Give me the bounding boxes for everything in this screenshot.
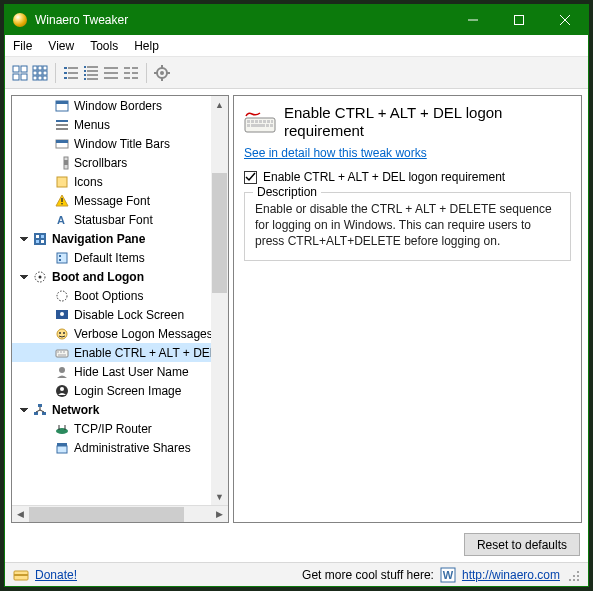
svg-line-88 xyxy=(40,410,44,412)
tree-item-label: Login Screen Image xyxy=(74,384,181,398)
svg-point-89 xyxy=(56,428,68,434)
tree-category-navigation[interactable]: Navigation Pane xyxy=(12,229,228,248)
scrollbars-icon xyxy=(54,155,70,171)
svg-rect-14 xyxy=(33,76,37,80)
winaero-icon: W xyxy=(440,567,456,583)
svg-point-69 xyxy=(57,291,67,301)
tree-item-boot-0[interactable]: Boot Options xyxy=(12,286,228,305)
winaero-link[interactable]: http://winaero.com xyxy=(462,568,560,582)
menu-help[interactable]: Help xyxy=(134,39,159,53)
default-icon xyxy=(54,250,70,266)
svg-rect-98 xyxy=(259,120,262,123)
svg-rect-27 xyxy=(84,74,86,76)
button-row: Reset to defaults xyxy=(5,529,588,562)
tree-category-boot[interactable]: Boot and Logon xyxy=(12,267,228,286)
minimize-button[interactable] xyxy=(450,5,496,35)
tree-item-label: Window Title Bars xyxy=(74,137,170,151)
svg-rect-66 xyxy=(59,259,61,261)
menu-view[interactable]: View xyxy=(48,39,74,53)
tree-item-label: Default Items xyxy=(74,251,145,265)
user-icon xyxy=(54,364,70,380)
svg-rect-1 xyxy=(515,16,524,25)
tree-item-appearance-1[interactable]: Menus xyxy=(12,115,228,134)
avatar-icon xyxy=(54,383,70,399)
view-small-icon[interactable] xyxy=(31,64,49,82)
chevron-down-icon[interactable] xyxy=(18,233,30,245)
tree-item-boot-4[interactable]: Hide Last User Name xyxy=(12,362,228,381)
tree-item-appearance-2[interactable]: Window Title Bars xyxy=(12,134,228,153)
tree-item-appearance-4[interactable]: Icons xyxy=(12,172,228,191)
scroll-down-icon[interactable]: ▼ xyxy=(211,488,228,505)
view-list1-icon[interactable] xyxy=(62,64,80,82)
maximize-button[interactable] xyxy=(496,5,542,35)
tree-item-boot-2[interactable]: Verbose Logon Messages xyxy=(12,324,228,343)
svg-point-74 xyxy=(63,332,65,334)
more-stuff-label: Get more cool stuff here: xyxy=(302,568,434,582)
menu-file[interactable]: File xyxy=(13,39,32,53)
svg-rect-52 xyxy=(56,140,68,143)
svg-rect-22 xyxy=(68,77,78,79)
tree-item-net-0[interactable]: TCP/IP Router xyxy=(12,419,228,438)
detail-link[interactable]: See in detail how this tweak works xyxy=(244,146,427,160)
settings-gear-icon[interactable] xyxy=(153,64,171,82)
view-list3-icon[interactable] xyxy=(102,64,120,82)
checkbox-box[interactable] xyxy=(244,171,257,184)
scroll-track[interactable] xyxy=(211,113,228,488)
vertical-scrollbar[interactable]: ▲ ▼ xyxy=(211,96,228,505)
view-list4-icon[interactable] xyxy=(122,64,140,82)
svg-rect-48 xyxy=(56,120,68,122)
tree-item-net-1[interactable]: Administrative Shares xyxy=(12,438,228,457)
scroll-up-icon[interactable]: ▲ xyxy=(211,96,228,113)
svg-rect-20 xyxy=(68,72,78,74)
chevron-down-icon[interactable] xyxy=(18,404,30,416)
scroll-left-icon[interactable]: ◀ xyxy=(12,506,29,523)
close-button[interactable] xyxy=(542,5,588,35)
scroll-thumb[interactable] xyxy=(29,507,184,522)
scroll-right-icon[interactable]: ▶ xyxy=(211,506,228,523)
view-list2-icon[interactable] xyxy=(82,64,100,82)
menubar: File View Tools Help xyxy=(5,35,588,57)
detail-title: Enable CTRL + ALT + DEL logon requiremen… xyxy=(284,104,571,140)
svg-rect-47 xyxy=(56,101,68,104)
tree-item-label: Hide Last User Name xyxy=(74,365,189,379)
tree-category-network[interactable]: Network xyxy=(12,400,228,419)
tree-item-appearance-5[interactable]: Message Font xyxy=(12,191,228,210)
svg-rect-13 xyxy=(43,71,47,75)
svg-rect-77 xyxy=(60,351,62,353)
svg-rect-97 xyxy=(255,120,258,123)
donate-link[interactable]: Donate! xyxy=(35,568,77,582)
enable-checkbox[interactable]: Enable CTRL + ALT + DEL logon requiremen… xyxy=(244,170,571,184)
chevron-down-icon[interactable] xyxy=(18,271,30,283)
svg-rect-49 xyxy=(56,124,68,126)
tree-item-boot-3[interactable]: Enable CTRL + ALT + DEL xyxy=(12,343,228,362)
reset-button[interactable]: Reset to defaults xyxy=(464,533,580,556)
svg-rect-38 xyxy=(124,77,130,79)
scroll-thumb[interactable] xyxy=(212,173,227,293)
svg-rect-56 xyxy=(61,198,62,202)
view-large-icon[interactable] xyxy=(11,64,29,82)
svg-text:A: A xyxy=(57,214,65,226)
tree-item-appearance-3[interactable]: Scrollbars xyxy=(12,153,228,172)
svg-point-110 xyxy=(577,571,579,573)
tree-item-boot-5[interactable]: Login Screen Image xyxy=(12,381,228,400)
app-window: Winaero Tweaker File View Tools Help Win… xyxy=(4,4,589,587)
tree-item-nav-0[interactable]: Default Items xyxy=(12,248,228,267)
tree-item-appearance-0[interactable]: Window Borders xyxy=(12,96,228,115)
detail-header: Enable CTRL + ALT + DEL logon requiremen… xyxy=(244,104,571,140)
tree-item-appearance-6[interactable]: AStatusbar Font xyxy=(12,210,228,229)
window-icon xyxy=(54,98,70,114)
svg-rect-55 xyxy=(57,177,67,187)
svg-rect-60 xyxy=(36,235,39,238)
svg-rect-93 xyxy=(57,443,67,446)
svg-rect-5 xyxy=(21,66,27,72)
menus-icon xyxy=(54,117,70,133)
svg-rect-83 xyxy=(38,404,42,407)
menu-tools[interactable]: Tools xyxy=(90,39,118,53)
svg-rect-63 xyxy=(41,240,44,243)
resize-grip-icon[interactable] xyxy=(566,568,580,582)
tree-item-boot-1[interactable]: Disable Lock Screen xyxy=(12,305,228,324)
scroll-track[interactable] xyxy=(29,506,211,523)
horizontal-scrollbar[interactable]: ◀ ▶ xyxy=(12,505,228,522)
tree-view[interactable]: Window BordersMenusWindow Title BarsScro… xyxy=(12,96,228,505)
svg-rect-104 xyxy=(266,124,269,127)
